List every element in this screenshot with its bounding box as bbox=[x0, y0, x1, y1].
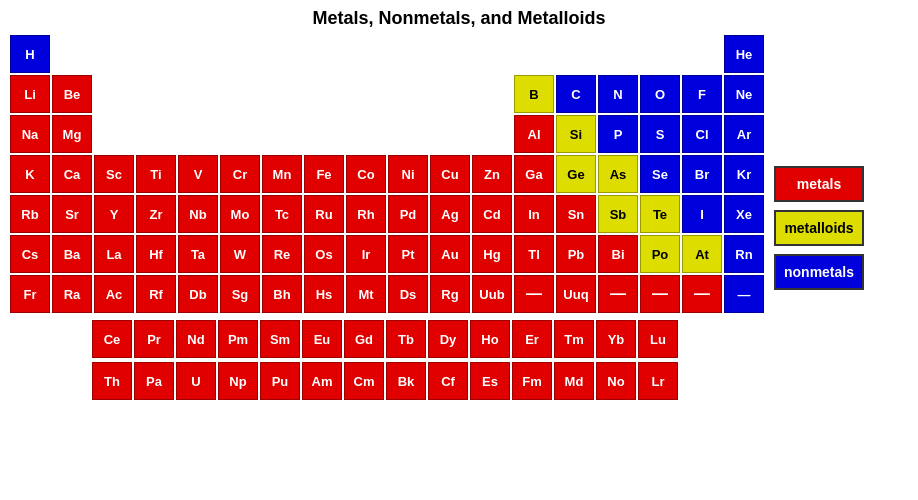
element-Rf: Rf bbox=[136, 275, 176, 313]
empty-cell bbox=[514, 35, 554, 73]
element-Se: Se bbox=[640, 155, 680, 193]
element-Hf: Hf bbox=[136, 235, 176, 273]
empty-cell bbox=[262, 75, 302, 113]
legend: metals metalloids nonmetals bbox=[774, 55, 864, 400]
table-section: HHeLiBeBCNOFNeNaMgAlSiPSClArKCaScTiVCrMn… bbox=[10, 35, 764, 400]
element-Al: Al bbox=[514, 115, 554, 153]
element-He: He bbox=[724, 35, 764, 73]
element-Lu: Lu bbox=[638, 320, 678, 358]
element-Sm: Sm bbox=[260, 320, 300, 358]
element-Rn: Rn bbox=[724, 235, 764, 273]
element-Rb: Rb bbox=[10, 195, 50, 233]
element-Pr: Pr bbox=[134, 320, 174, 358]
legend-nonmetals: nonmetals bbox=[774, 254, 864, 290]
element-Cd: Cd bbox=[472, 195, 512, 233]
empty-cell bbox=[682, 35, 722, 73]
legend-metals: metals bbox=[774, 166, 864, 202]
element-Yb: Yb bbox=[596, 320, 636, 358]
legend-metalloids: metalloids bbox=[774, 210, 864, 246]
element-Hg: Hg bbox=[472, 235, 512, 273]
element-Cl: Cl bbox=[682, 115, 722, 153]
element-Np: Np bbox=[218, 362, 258, 400]
element-Br: Br bbox=[682, 155, 722, 193]
element-C: C bbox=[556, 75, 596, 113]
empty-cell bbox=[346, 115, 386, 153]
empty-cell bbox=[94, 75, 134, 113]
element-—: — bbox=[598, 275, 638, 313]
element-—: — bbox=[514, 275, 554, 313]
element-P: P bbox=[598, 115, 638, 153]
empty-cell bbox=[178, 35, 218, 73]
element-Cr: Cr bbox=[220, 155, 260, 193]
element-V: V bbox=[178, 155, 218, 193]
element-Nb: Nb bbox=[178, 195, 218, 233]
empty-cell bbox=[346, 35, 386, 73]
empty-cell bbox=[640, 35, 680, 73]
element-As: As bbox=[598, 155, 638, 193]
element-I: I bbox=[682, 195, 722, 233]
element-Sb: Sb bbox=[598, 195, 638, 233]
element-In: In bbox=[514, 195, 554, 233]
element-Ta: Ta bbox=[178, 235, 218, 273]
page-title: Metals, Nonmetals, and Metalloids bbox=[312, 8, 605, 29]
empty-cell bbox=[220, 115, 260, 153]
pt-row-1: LiBeBCNOFNe bbox=[10, 75, 764, 113]
element-Re: Re bbox=[262, 235, 302, 273]
element-—: — bbox=[640, 275, 680, 313]
lanthanide-section: CePrNdPmSmEuGdTbDyHoErTmYbLuThPaUNpPuAmC… bbox=[10, 316, 764, 400]
page: Metals, Nonmetals, and Metalloids HHeLiB… bbox=[0, 0, 918, 500]
element-Sr: Sr bbox=[52, 195, 92, 233]
element-Li: Li bbox=[10, 75, 50, 113]
empty-cell bbox=[136, 115, 176, 153]
empty-cell bbox=[136, 75, 176, 113]
element-O: O bbox=[640, 75, 680, 113]
element-Dy: Dy bbox=[428, 320, 468, 358]
element-Co: Co bbox=[346, 155, 386, 193]
element-Fe: Fe bbox=[304, 155, 344, 193]
element-Pm: Pm bbox=[218, 320, 258, 358]
element-Ba: Ba bbox=[52, 235, 92, 273]
element-Sg: Sg bbox=[220, 275, 260, 313]
element-Ce: Ce bbox=[92, 320, 132, 358]
element-Ac: Ac bbox=[94, 275, 134, 313]
element-N: N bbox=[598, 75, 638, 113]
element-Pa: Pa bbox=[134, 362, 174, 400]
element-Te: Te bbox=[640, 195, 680, 233]
element-Ge: Ge bbox=[556, 155, 596, 193]
element-Ar: Ar bbox=[724, 115, 764, 153]
element-Rg: Rg bbox=[430, 275, 470, 313]
empty-cell bbox=[94, 35, 134, 73]
element-B: B bbox=[514, 75, 554, 113]
element-Ra: Ra bbox=[52, 275, 92, 313]
element-Th: Th bbox=[92, 362, 132, 400]
periodic-table: HHeLiBeBCNOFNeNaMgAlSiPSClArKCaScTiVCrMn… bbox=[10, 35, 764, 313]
empty-cell bbox=[598, 35, 638, 73]
element-Bi: Bi bbox=[598, 235, 638, 273]
element-Mn: Mn bbox=[262, 155, 302, 193]
element-Uub: Uub bbox=[472, 275, 512, 313]
element-Es: Es bbox=[470, 362, 510, 400]
empty-cell bbox=[430, 75, 470, 113]
element-S: S bbox=[640, 115, 680, 153]
element-Bk: Bk bbox=[386, 362, 426, 400]
element-La: La bbox=[94, 235, 134, 273]
empty-cell bbox=[430, 115, 470, 153]
element-Ir: Ir bbox=[346, 235, 386, 273]
empty-cell bbox=[472, 35, 512, 73]
element-Zr: Zr bbox=[136, 195, 176, 233]
element-Ag: Ag bbox=[430, 195, 470, 233]
main-area: HHeLiBeBCNOFNeNaMgAlSiPSClArKCaScTiVCrMn… bbox=[10, 35, 908, 400]
empty-cell bbox=[94, 115, 134, 153]
element-Na: Na bbox=[10, 115, 50, 153]
pt-row-5: CsBaLaHfTaWReOsIrPtAuHgTlPbBiPoAtRn bbox=[10, 235, 764, 273]
element-Fr: Fr bbox=[10, 275, 50, 313]
actinide-row: ThPaUNpPuAmCmBkCfEsFmMdNoLr bbox=[92, 362, 764, 400]
element-Y: Y bbox=[94, 195, 134, 233]
empty-cell bbox=[388, 75, 428, 113]
element-Ne: Ne bbox=[724, 75, 764, 113]
element-Ti: Ti bbox=[136, 155, 176, 193]
empty-cell bbox=[262, 115, 302, 153]
element-Mt: Mt bbox=[346, 275, 386, 313]
empty-cell bbox=[430, 35, 470, 73]
pt-row-3: KCaScTiVCrMnFeCoNiCuZnGaGeAsSeBrKr bbox=[10, 155, 764, 193]
